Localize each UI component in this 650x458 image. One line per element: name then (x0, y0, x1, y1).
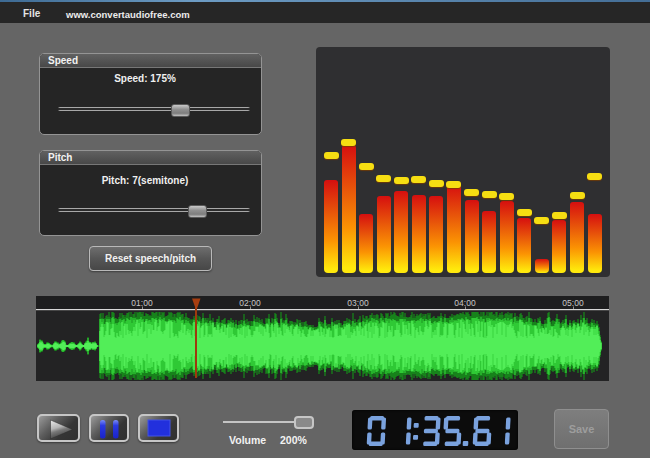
svg-text:04:00: 04:00 (454, 298, 476, 308)
svg-text:05:00: 05:00 (562, 298, 584, 308)
svg-text:02:00: 02:00 (239, 298, 261, 308)
svg-text:01:00: 01:00 (131, 298, 153, 308)
svg-text:03:00: 03:00 (347, 298, 369, 308)
